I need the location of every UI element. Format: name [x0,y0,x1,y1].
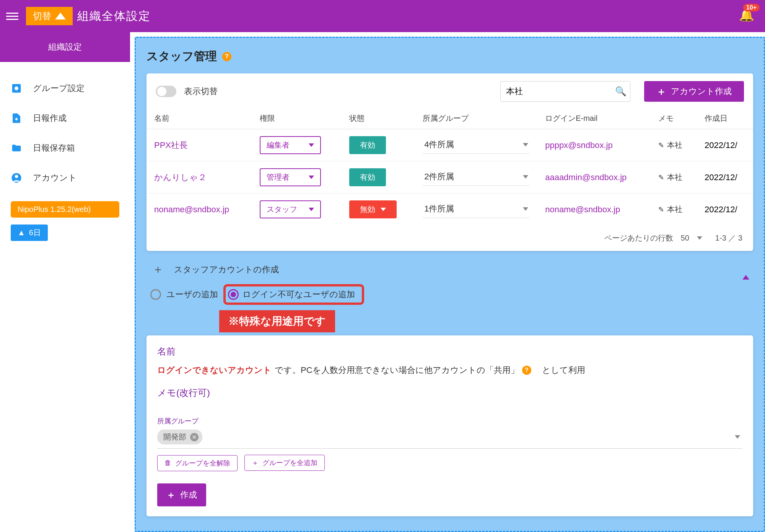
table-row: PPX社長編集者有効4件所属ppppx@sndbox.jp✎本社2022/12/ [146,129,753,161]
plus-icon: ＋ [656,85,666,98]
col-memo: メモ [651,108,697,129]
add-all-groups-label: グループを全追加 [262,458,317,467]
radio-nologin-user[interactable] [228,289,239,300]
add-all-groups-button[interactable]: ＋ グループを全追加 [244,455,325,471]
toggle-label: 表示切替 [184,86,218,97]
page-title: 組織全体設定 [77,8,151,24]
chevron-down-icon [309,143,314,147]
role-select[interactable]: 編集者 [260,136,321,154]
hint-red: ログインできないアカウント [157,364,272,376]
status-chip[interactable]: 無効 [349,200,397,218]
content-panel: スタッフ管理 ? 表示切替 🔍 ＋ アカウント作成 [135,37,765,532]
sidebar-item-account[interactable]: アカウント [0,163,130,193]
name-field-label[interactable]: 名前 [157,345,742,358]
help-icon[interactable]: ? [222,52,231,61]
chevron-down-icon [523,175,528,179]
memo-field-label[interactable]: メモ(改行可) [157,387,742,399]
warning-text: 6日 [29,228,41,238]
add-staff-title: スタッフアカウントの作成 [174,264,279,275]
memo-cell[interactable]: ✎本社 [658,140,689,150]
staff-name-link[interactable]: noname@sndbox.jp [154,205,229,214]
chevron-down-icon [523,143,528,146]
plus-icon: ＋ [166,489,176,501]
staff-name-link[interactable]: かんりしゃ２ [154,172,207,182]
chevron-down-icon[interactable] [697,236,702,240]
chevron-down-icon [309,176,314,179]
warning-icon: ▲ [18,228,25,237]
staff-name-link[interactable]: PPX社長 [154,140,188,150]
user-icon [11,172,22,184]
hint-b: として利用 [542,364,585,376]
collapse-toggle[interactable] [742,264,749,275]
radio-add-user[interactable] [150,289,161,300]
search-box[interactable]: 🔍 [500,81,630,102]
rows-per-page-value[interactable]: 50 [681,234,689,242]
notification-badge: 10+ [743,4,760,11]
chevron-up-icon [742,264,749,280]
svg-point-3 [15,175,18,178]
staff-table: 名前 権限 状態 所属グループ ログインE-mail メモ 作成日 PPX社長編… [146,108,753,225]
sidebar-item-report-box[interactable]: 日報保存箱 [0,133,130,163]
highlighted-option: ログイン不可なユーザの追加 [223,284,364,305]
menu-icon[interactable] [6,10,18,22]
svg-point-1 [15,86,18,90]
pagination: ページあたりの行数 50 1-3 ／ 3 [146,225,753,245]
chevron-down-icon [309,208,314,211]
col-created: 作成日 [697,108,753,129]
display-toggle[interactable] [156,86,176,97]
remove-chip-icon[interactable]: ✕ [190,433,199,441]
create-account-button[interactable]: ＋ アカウント作成 [644,81,744,102]
sidebar-item-label: アカウント [33,172,77,184]
sidebar-item-label: 日報保存箱 [33,142,75,154]
create-button[interactable]: ＋ 作成 [157,483,206,506]
pencil-icon: ✎ [658,205,664,214]
email-link[interactable]: noname@sndbox.jp [545,205,620,214]
role-select[interactable]: 管理者 [260,168,321,186]
col-status: 状態 [342,108,415,129]
group-field-label: 所属グループ [157,416,742,426]
file-plus-icon [11,112,22,124]
role-select[interactable]: スタッフ [260,200,321,218]
create-label: 作成 [180,489,197,501]
chevron-down-icon [381,208,386,211]
sidebar-item-org-settings[interactable]: 組織設定 [0,32,130,62]
user-type-radios: ユーザの追加 ログイン不可なユーザの追加 [146,277,753,306]
sidebar-item-label: グループ設定 [33,83,85,94]
sidebar-item-report-create[interactable]: 日報作成 [0,103,130,133]
memo-cell[interactable]: ✎本社 [658,172,689,182]
table-row: かんりしゃ２管理者有効2件所属aaaadmin@sndbox.jp✎本社2022… [146,161,753,194]
gear-icon [11,83,22,94]
folder-icon [11,142,22,154]
status-chip[interactable]: 有効 [349,136,386,154]
switch-label: 切替 [33,10,51,22]
trash-icon: 🗑 [164,459,171,467]
warning-chip[interactable]: ▲ 6日 [11,225,48,241]
add-staff-header[interactable]: ＋ スタッフアカウントの作成 [146,262,753,277]
status-chip[interactable]: 有効 [349,168,386,186]
chevron-down-icon[interactable] [735,435,740,439]
rows-per-page-label: ページあたりの行数 [604,233,673,243]
section-title: スタッフ管理 [146,49,217,64]
col-name: 名前 [146,108,252,129]
help-icon[interactable]: ? [522,366,531,375]
notifications[interactable]: 🔔 10+ [739,8,754,22]
group-select[interactable]: 1件所属 [423,201,530,218]
warning-banner: ※特殊な用途用です [219,310,335,332]
plus-icon: ＋ [252,458,259,467]
clear-groups-button[interactable]: 🗑 グループを全解除 [157,455,238,471]
staff-table-card: 表示切替 🔍 ＋ アカウント作成 名前 権限 状態 [146,73,753,251]
memo-cell[interactable]: ✎本社 [658,204,689,215]
created-date: 2022/12/ [697,194,753,226]
group-select[interactable]: 開発部 ✕ [157,428,742,449]
group-select[interactable]: 4件所属 [423,137,530,154]
group-select[interactable]: 2件所属 [423,169,530,186]
search-input[interactable] [506,86,611,96]
sidebar: 組織設定 グループ設定 日報作成 日報保存箱 アカウント NipoPlus 1.… [0,32,130,532]
pencil-icon: ✎ [658,173,664,182]
switch-button[interactable]: 切替 [26,7,73,25]
col-email: ログインE-mail [537,108,651,129]
version-chip: NipoPlus 1.25.2(web) [11,201,119,218]
email-link[interactable]: aaaadmin@sndbox.jp [545,172,627,182]
email-link[interactable]: ppppx@sndbox.jp [545,140,612,150]
sidebar-item-group-settings[interactable]: グループ設定 [0,73,130,103]
